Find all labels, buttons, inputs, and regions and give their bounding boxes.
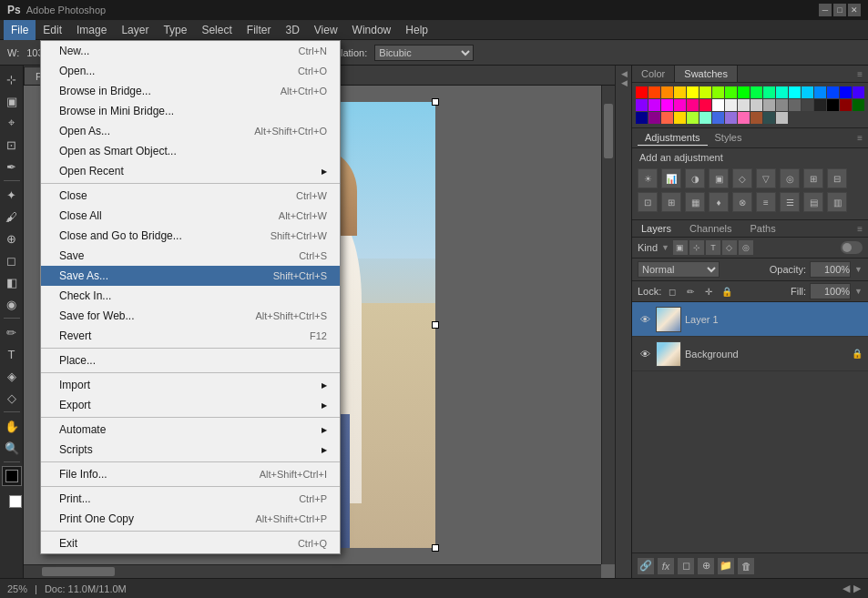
menu-item-open_as[interactable]: Open As...Alt+Shift+Ctrl+O (41, 121, 340, 141)
interpolation-select[interactable]: Bicubic Bilinear Nearest Neighbor (374, 45, 474, 61)
foreground-color[interactable] (2, 466, 22, 486)
adj-invert[interactable]: ▦ (685, 192, 705, 212)
swatch[interactable] (648, 86, 660, 98)
tool-selection[interactable]: ▣ (2, 91, 22, 111)
filter-pixel[interactable]: ▣ (673, 240, 688, 255)
tool-lasso[interactable]: ⌖ (2, 113, 22, 133)
adj-hsl[interactable]: ▽ (756, 168, 776, 188)
lock-all[interactable]: 🔒 (720, 284, 734, 299)
adj-bw[interactable]: ⊞ (803, 168, 823, 188)
background-visibility[interactable]: 👁 (638, 347, 652, 361)
menu-item-revert[interactable]: RevertF12 (41, 326, 340, 346)
layer-link-button[interactable]: 🔗 (638, 558, 654, 574)
filter-adjustment[interactable]: ⊹ (689, 240, 704, 255)
canvas-scrollbar-horizontal[interactable] (24, 564, 601, 578)
swatch[interactable] (789, 86, 801, 98)
adj-levels[interactable]: 📊 (661, 168, 681, 188)
adj-panel-menu[interactable]: ≡ (857, 130, 863, 146)
tool-move[interactable]: ⊹ (2, 69, 22, 89)
opacity-input[interactable] (810, 261, 851, 278)
lock-transparency[interactable]: ◻ (665, 284, 679, 299)
swatch[interactable] (738, 99, 750, 111)
adj-selective-color[interactable]: ☰ (780, 192, 800, 212)
swatch[interactable] (751, 99, 762, 111)
adj-posterize[interactable]: ♦ (709, 192, 729, 212)
layer-fx-button[interactable]: fx (658, 558, 674, 574)
menu-item-open_recent[interactable]: Open Recent (41, 161, 340, 181)
menu-file[interactable]: File (4, 20, 36, 40)
menu-item-save_web[interactable]: Save for Web...Alt+Shift+Ctrl+S (41, 306, 340, 326)
adj-vibrance[interactable]: ◇ (732, 168, 752, 188)
layer-item-background[interactable]: 👁 Background 🔒 (632, 337, 868, 371)
menu-item-open_smart_object[interactable]: Open as Smart Object... (41, 141, 340, 161)
adj-photofilter[interactable]: ⊟ (827, 168, 847, 188)
layer-delete-button[interactable]: 🗑 (738, 558, 754, 574)
adj-curves[interactable]: ◑ (685, 168, 705, 188)
swatch[interactable] (700, 99, 711, 111)
menu-item-browse_mini_bridge[interactable]: Browse in Mini Bridge... (41, 101, 340, 121)
swatch[interactable] (763, 112, 775, 124)
swatch[interactable] (738, 112, 750, 124)
styles-tab[interactable]: Styles (708, 130, 750, 146)
swatch[interactable] (751, 86, 762, 98)
transform-handle-r[interactable] (432, 321, 439, 329)
scroll-thumb-horizontal[interactable] (42, 567, 115, 576)
swatch[interactable] (687, 99, 699, 111)
nav-prev[interactable]: ◀ (842, 583, 850, 594)
adj-gradient-map[interactable]: ≡ (756, 192, 776, 212)
swatch[interactable] (840, 99, 852, 111)
menu-type[interactable]: Type (156, 20, 194, 40)
swatch[interactable] (802, 86, 813, 98)
swatch[interactable] (802, 99, 813, 111)
swatch[interactable] (712, 99, 724, 111)
swatch[interactable] (776, 112, 788, 124)
channels-tab[interactable]: Channels (680, 220, 740, 237)
adj-channel[interactable]: ⊡ (638, 192, 658, 212)
nav-next[interactable]: ▶ (853, 583, 861, 594)
layer-item-layer1[interactable]: 👁 Layer 1 (632, 302, 868, 337)
opacity-dropdown-icon[interactable]: ▼ (854, 265, 863, 274)
swatch[interactable] (725, 112, 737, 124)
swatch[interactable] (687, 112, 699, 124)
menu-item-close[interactable]: CloseCtrl+W (41, 186, 340, 206)
swatch[interactable] (674, 99, 686, 111)
swatch[interactable] (661, 99, 673, 111)
canvas-scrollbar-vertical[interactable] (601, 86, 615, 564)
swatch[interactable] (763, 99, 775, 111)
menu-item-close_all[interactable]: Close AllAlt+Ctrl+W (41, 206, 340, 226)
menu-item-print[interactable]: Print...Ctrl+P (41, 489, 340, 509)
swatch[interactable] (674, 112, 686, 124)
swatch[interactable] (712, 112, 724, 124)
filter-toggle[interactable] (841, 241, 863, 254)
swatch[interactable] (648, 112, 660, 124)
menu-item-check_in[interactable]: Check In... (41, 286, 340, 306)
swatch[interactable] (661, 112, 673, 124)
swatch[interactable] (840, 86, 852, 98)
menu-item-file_info[interactable]: File Info...Alt+Shift+Ctrl+I (41, 464, 340, 484)
swatch[interactable] (853, 86, 864, 98)
menu-window[interactable]: Window (345, 20, 399, 40)
layer-mask-button[interactable]: ◻ (678, 558, 694, 574)
menu-item-new[interactable]: New...Ctrl+N (41, 41, 340, 61)
swatch[interactable] (661, 86, 673, 98)
menu-3d[interactable]: 3D (278, 20, 306, 40)
close-button[interactable]: ✕ (848, 4, 861, 16)
tool-gradient[interactable]: ◧ (2, 272, 22, 292)
menu-item-save_as[interactable]: Save As...Shift+Ctrl+S (41, 266, 340, 286)
minimize-button[interactable]: ─ (819, 4, 832, 16)
swatch[interactable] (636, 86, 648, 98)
menu-image[interactable]: Image (69, 20, 114, 40)
swatch[interactable] (776, 86, 788, 98)
paths-tab[interactable]: Paths (741, 220, 785, 237)
menu-item-close_go_bridge[interactable]: Close and Go to Bridge...Shift+Ctrl+W (41, 226, 340, 246)
menu-edit[interactable]: Edit (36, 20, 69, 40)
tool-eraser[interactable]: ◻ (2, 250, 22, 270)
menu-layer[interactable]: Layer (114, 20, 156, 40)
tool-path-selection[interactable]: ◈ (2, 366, 22, 386)
menu-item-automate[interactable]: Automate (41, 420, 340, 440)
tool-blur[interactable]: ◉ (2, 294, 22, 314)
tool-zoom[interactable]: 🔍 (2, 438, 22, 458)
swatch[interactable] (700, 112, 711, 124)
tool-pen[interactable]: ✏ (2, 322, 22, 342)
menu-filter[interactable]: Filter (240, 20, 279, 40)
